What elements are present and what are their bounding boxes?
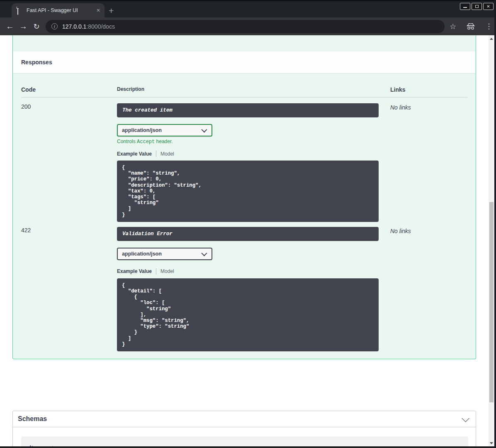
new-tab-button[interactable]: + [109, 6, 114, 15]
scrollbar-thumb[interactable] [489, 202, 494, 402]
code-column-header: Code [21, 86, 117, 93]
scroll-down-arrow[interactable] [489, 440, 494, 446]
example-json-200: { "name": "string", "price": 0, "descrip… [117, 161, 379, 222]
page-scrollbar[interactable] [489, 35, 494, 446]
site-info-icon[interactable]: i [51, 23, 58, 29]
tab-title: Fast API - Swagger UI [27, 7, 93, 13]
responses-table-header: Code Description Links [21, 81, 467, 97]
toolbar-right: ☆ ⋮ [450, 22, 492, 31]
tab-model[interactable]: Model [160, 268, 174, 274]
response-description: The created item [117, 103, 379, 117]
tab-example-value[interactable]: Example Value [117, 268, 152, 274]
window-controls: ✕ [460, 3, 494, 10]
bookmark-star-icon[interactable]: ☆ [450, 22, 456, 31]
chevron-down-icon[interactable] [462, 414, 469, 422]
media-type-select[interactable]: application/json [117, 124, 212, 136]
opblock-spacer [13, 35, 476, 51]
forward-button[interactable]: → [17, 22, 30, 31]
tab-separator [156, 268, 156, 275]
window-frame-right [494, 0, 496, 448]
minimize-button[interactable] [460, 3, 470, 10]
browser-tab[interactable]: Fast API - Swagger UI ✕ [12, 3, 105, 17]
tab-strip: Fast API - Swagger UI ✕ + ✕ [0, 0, 496, 17]
back-button[interactable]: ← [3, 22, 17, 31]
tab-model[interactable]: Model [160, 151, 174, 157]
tab-separator [156, 151, 156, 157]
response-description: Validation Error [117, 227, 379, 241]
example-model-tabs: Example Value Model [117, 268, 390, 275]
response-row-200: 200 The created item application/json Co… [21, 97, 467, 222]
media-type-select[interactable]: application/json [117, 248, 212, 260]
schemas-title: Schemas [18, 415, 47, 423]
responses-table: Code Description Links 200 The created i… [13, 73, 476, 359]
tab-example-value[interactable]: Example Value [117, 151, 152, 157]
schemas-header[interactable]: Schemas [13, 411, 476, 427]
response-links: No links [390, 103, 468, 222]
schemas-body: Item ValidationError [13, 427, 476, 448]
page-favicon-icon [17, 7, 22, 14]
browser-menu-icon[interactable]: ⋮ [485, 22, 492, 31]
window-frame-bottom [0, 446, 496, 448]
browser-toolbar: ← → ↻ i 127.0.0.1:8000/docs ☆ ⋮ [0, 17, 496, 35]
post-endpoint-block: Responses Code Description Links 200 The… [12, 35, 476, 359]
example-json-422: { "detail": [ { "loc": [ "string" ], "ms… [117, 278, 379, 351]
schemas-section: Schemas Item ValidationError [12, 411, 476, 448]
close-window-button[interactable]: ✕ [483, 3, 494, 10]
response-description-cell: The created item application/json Contro… [117, 103, 390, 222]
response-description-cell: Validation Error application/json Exampl… [117, 227, 390, 351]
chevron-down-icon [201, 127, 207, 133]
example-model-tabs: Example Value Model [117, 151, 390, 157]
swagger-page: Responses Code Description Links 200 The… [0, 35, 494, 448]
responses-title: Responses [21, 59, 52, 66]
scroll-up-arrow[interactable] [489, 36, 494, 41]
description-column-header: Description [117, 86, 390, 93]
reload-button[interactable]: ↻ [30, 22, 43, 31]
response-code: 200 [21, 103, 117, 222]
tab-close-icon[interactable]: ✕ [96, 7, 100, 13]
response-row-422: 422 Validation Error application/json Ex… [21, 222, 467, 351]
maximize-button[interactable] [472, 3, 482, 10]
accept-header-note: Controls Accept header. [117, 139, 390, 145]
chevron-down-icon [201, 250, 207, 256]
address-bar[interactable]: i 127.0.0.1:8000/docs [46, 20, 445, 33]
url-text: 127.0.0.1:8000/docs [62, 23, 115, 30]
incognito-icon [466, 23, 475, 30]
responses-section-header: Responses [13, 51, 476, 73]
close-icon: ✕ [486, 5, 490, 9]
links-column-header: Links [390, 86, 468, 93]
response-code: 422 [21, 227, 117, 351]
response-links: No links [390, 227, 468, 351]
